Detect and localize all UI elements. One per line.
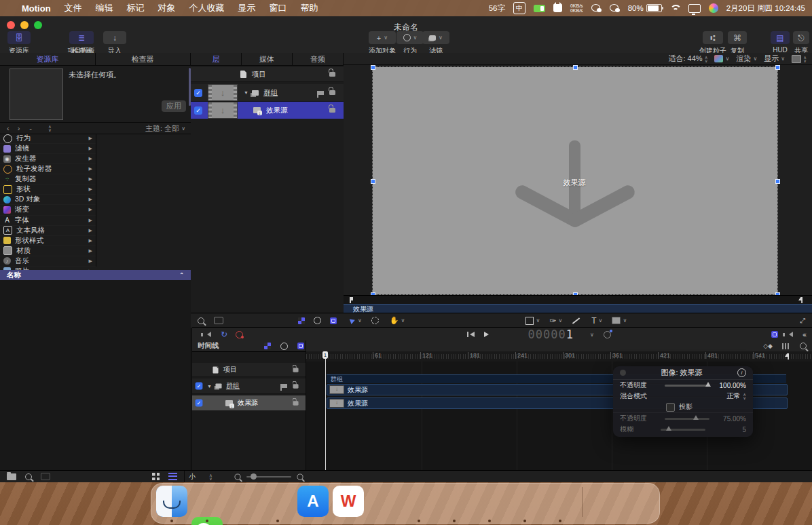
flag-icon[interactable]: [318, 91, 324, 95]
chevron-down-icon[interactable]: ∨: [358, 317, 362, 324]
unlock-icon[interactable]: [293, 401, 298, 405]
chevron-down-icon[interactable]: ∨: [623, 317, 627, 324]
timeline-ruler[interactable]: 61 121 181 241 301 361 421 481 541: [306, 351, 812, 362]
unlock-icon[interactable]: [329, 108, 335, 113]
preview-icon[interactable]: [41, 473, 50, 480]
shadow-opacity-slider[interactable]: [665, 418, 709, 420]
timecode-menu-chevron[interactable]: ∨: [590, 332, 594, 338]
library-category-filters[interactable]: 滤镜▶: [0, 144, 96, 154]
wechat-tray-icon[interactable]: [591, 4, 602, 12]
import-button[interactable]: ↓导入: [103, 31, 126, 56]
show-filters-icon[interactable]: [330, 317, 337, 324]
select-tool-icon[interactable]: [350, 317, 356, 324]
unlock-icon[interactable]: [293, 368, 298, 372]
stepper-icon[interactable]: ∧∨: [743, 393, 746, 400]
track-height-label[interactable]: 小: [189, 472, 196, 482]
green-widget-icon[interactable]: [534, 5, 545, 12]
mute-icon[interactable]: [207, 332, 211, 337]
replicate-button[interactable]: ⌘复制: [728, 31, 747, 56]
library-category-materials[interactable]: 材质▶: [0, 246, 96, 256]
theme-filter[interactable]: 主题: 全部 ∨: [145, 123, 185, 134]
effect-source-checkbox[interactable]: ✓: [194, 106, 202, 115]
tab-media[interactable]: 媒体: [242, 53, 293, 65]
rectangle-tool-icon[interactable]: [525, 317, 534, 325]
render-menu[interactable]: 渲染 ∨: [736, 54, 757, 64]
library-category-fonts[interactable]: A字体▶: [0, 216, 96, 226]
hud-button[interactable]: ▤HUD: [771, 31, 790, 54]
group-checkbox[interactable]: ✓: [196, 383, 203, 390]
pan-tool-icon[interactable]: ✋: [390, 316, 399, 325]
disclosure-triangle-icon[interactable]: ▼: [207, 384, 212, 389]
stepper-icon[interactable]: ∧∨: [209, 473, 213, 480]
previous-frame-button[interactable]: [467, 332, 475, 337]
clock[interactable]: 2月20日 周四 10:24:45: [726, 3, 805, 14]
cat-app-icon[interactable]: [553, 4, 562, 12]
menu-view[interactable]: 显示: [238, 2, 256, 14]
selection-handle[interactable]: [371, 65, 375, 70]
make-particles-button[interactable]: ⑆创建粒子: [699, 31, 726, 56]
info-icon[interactable]: i: [737, 368, 746, 377]
flag-icon[interactable]: [282, 384, 287, 388]
opacity-slider[interactable]: [665, 385, 709, 387]
timeline-row-project[interactable]: 项目: [192, 363, 306, 377]
show-behaviors-icon[interactable]: [314, 317, 321, 324]
library-category-behaviors[interactable]: 行为▶: [0, 134, 96, 144]
menu-motion[interactable]: Motion: [22, 3, 51, 14]
timeline-row-effect-source[interactable]: ✓ 效果源: [192, 395, 306, 410]
wifi-icon[interactable]: [670, 5, 680, 12]
tab-audio[interactable]: 音频: [293, 53, 344, 65]
menu-mark[interactable]: 标记: [127, 2, 145, 14]
chevron-down-icon[interactable]: ∨: [599, 317, 603, 324]
menu-edit[interactable]: 编辑: [96, 2, 113, 14]
layers-row-group[interactable]: ✓ ↓ ▼ 群组: [191, 84, 344, 102]
hud-close-button[interactable]: [620, 370, 626, 376]
tab-layers[interactable]: 层: [191, 53, 242, 65]
ime-icon[interactable]: 中: [513, 2, 525, 14]
playhead-handle[interactable]: 1: [322, 351, 328, 359]
layers-row-effect-source[interactable]: ✓ ↓ 效果源: [191, 102, 344, 119]
menu-help[interactable]: 帮助: [301, 2, 318, 14]
new-folder-icon[interactable]: [7, 473, 16, 480]
library-category-generators[interactable]: ◉发生器▶: [0, 154, 96, 164]
tab-library[interactable]: 资源库: [0, 53, 96, 65]
library-toolbar-button[interactable]: 🗄资源库: [7, 31, 31, 56]
zoom-timeline-icon[interactable]: [800, 343, 807, 349]
search-icon[interactable]: [25, 473, 32, 480]
menu-favorites[interactable]: 个人收藏: [189, 2, 225, 14]
network-speed[interactable]: 0KB/s0KB/s: [570, 3, 583, 13]
siri-icon[interactable]: [709, 3, 718, 13]
selection-handle[interactable]: [775, 65, 780, 70]
wps-office-icon[interactable]: W: [333, 486, 364, 517]
forward-button[interactable]: ›: [18, 124, 20, 132]
battery-status[interactable]: 80%: [628, 4, 662, 12]
add-object-button[interactable]: +∨添加对象: [369, 31, 396, 56]
wechat-tray-icon-2[interactable]: [610, 4, 620, 12]
zoom-out-icon[interactable]: [234, 473, 240, 480]
view-menu[interactable]: 显示 ∨: [764, 54, 785, 64]
canvas-object-bar[interactable]: 效果源: [344, 304, 812, 313]
search-icon[interactable]: [198, 317, 204, 324]
collapse-chevron-icon[interactable]: ⌃: [179, 272, 184, 278]
drop-shadow-checkbox[interactable]: [666, 403, 675, 412]
in-point-marker[interactable]: [350, 297, 353, 303]
track-size-icon[interactable]: [782, 343, 790, 349]
loop-icon[interactable]: ↻: [221, 330, 227, 339]
project-panel-button[interactable]: ≣项目面板: [68, 31, 95, 56]
selection-handle[interactable]: [573, 65, 578, 70]
grid-view-icon[interactable]: [152, 473, 160, 480]
library-category-shape-styles[interactable]: 形状样式▶: [0, 236, 96, 246]
share-button[interactable]: ⎋共享: [793, 31, 809, 56]
play-range-out-marker[interactable]: [785, 353, 789, 359]
back-button[interactable]: ‹: [7, 124, 10, 132]
library-category-3d-objects[interactable]: 3D 对象▶: [0, 195, 96, 205]
bezier-tool-icon[interactable]: ✑: [549, 316, 556, 326]
library-category-replicators[interactable]: ⁘复制器▶: [0, 174, 96, 184]
hud-panel[interactable]: 图像: 效果源 i 不透明度 100.00% 混合模式 正常 ∧∨ 投影 不透明…: [613, 366, 753, 437]
library-category-music[interactable]: ♪音乐▶: [0, 256, 96, 267]
chevron-down-icon[interactable]: ∨: [401, 317, 405, 324]
layout-control[interactable]: ∧∨: [792, 55, 807, 63]
behaviors-button[interactable]: ∨行为: [396, 31, 424, 56]
selection-handle[interactable]: [775, 179, 780, 184]
timeline-row-group[interactable]: ✓ ▼ 群组: [192, 378, 306, 394]
timeline-view-icon[interactable]: [771, 331, 778, 338]
